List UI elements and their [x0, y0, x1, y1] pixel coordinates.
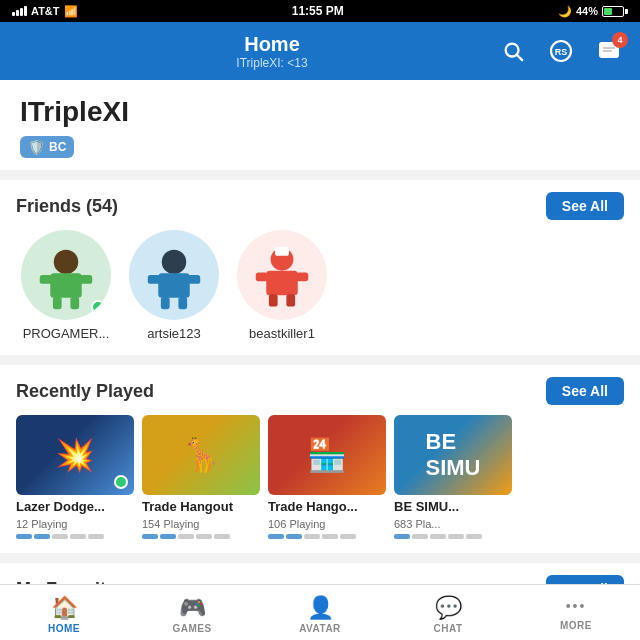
- recently-played-list: 💥 Lazer Dodge... 12 Playing 🦒: [0, 415, 640, 553]
- header-title-area: Home ITripleXI: <13: [50, 33, 494, 70]
- avatar-icon: 👤: [307, 595, 334, 621]
- friend-avatar-img: [31, 240, 101, 310]
- bc-label: BC: [49, 140, 66, 154]
- game-item[interactable]: BESIMU BE SIMU... 683 Pla...: [394, 415, 512, 539]
- more-icon: •••: [566, 598, 587, 618]
- bc-badge: 🛡️ BC: [20, 136, 74, 158]
- recently-played-see-all-button[interactable]: See All: [546, 377, 624, 405]
- rating-dot: [178, 534, 194, 539]
- friend-avatar: [21, 230, 111, 320]
- favorites-header: My Favorites See All: [0, 575, 640, 584]
- game-item[interactable]: 💥 Lazer Dodge... 12 Playing: [16, 415, 134, 539]
- bc-icon: 🛡️: [28, 139, 45, 155]
- moon-icon: 🌙: [558, 5, 572, 18]
- bottom-nav: 🏠 HOME 🎮 GAMES 👤 AVATAR 💬 CHAT ••• MORE: [0, 584, 640, 640]
- robux-icon: RS: [549, 39, 573, 63]
- header-title: Home: [244, 33, 300, 56]
- friend-name: beastkiller1: [249, 326, 315, 341]
- nav-avatar[interactable]: 👤 AVATAR: [256, 591, 384, 634]
- nav-chat-label: CHAT: [433, 623, 462, 634]
- chat-icon: 💬: [435, 595, 462, 621]
- game-rating: [16, 534, 134, 539]
- battery-percent: 44%: [576, 5, 598, 17]
- svg-point-12: [54, 250, 79, 275]
- online-indicator: [91, 300, 105, 314]
- rating-dot: [52, 534, 68, 539]
- game-playing-count: 154 Playing: [142, 518, 260, 530]
- content-area: ITripleXI 🛡️ BC Friends (54) See All: [0, 80, 640, 584]
- nav-chat[interactable]: 💬 CHAT: [384, 591, 512, 634]
- svg-rect-20: [148, 275, 160, 284]
- recently-played-title: Recently Played: [16, 381, 154, 402]
- notifications-button[interactable]: 4: [590, 32, 628, 70]
- header: Home ITripleXI: <13 RS: [0, 22, 640, 80]
- game-thumb-inner: BESIMU: [394, 415, 512, 495]
- username: ITripleXI: [20, 96, 620, 128]
- svg-text:RS: RS: [555, 47, 568, 57]
- status-bar: AT&T 📶 11:55 PM 🌙 44%: [0, 0, 640, 22]
- friends-list: PROGAMER... artsie123: [0, 230, 640, 355]
- home-icon: 🏠: [51, 595, 78, 621]
- svg-rect-21: [188, 275, 200, 284]
- status-left: AT&T 📶: [12, 5, 78, 18]
- battery-icon: [602, 6, 628, 17]
- nav-games[interactable]: 🎮 GAMES: [128, 591, 256, 634]
- rating-dot: [430, 534, 446, 539]
- game-name: Trade Hango...: [268, 499, 386, 514]
- header-icons: RS 4: [494, 32, 628, 70]
- rating-dot: [394, 534, 410, 539]
- game-thumbnail: BESIMU: [394, 415, 512, 495]
- robux-button[interactable]: RS: [542, 32, 580, 70]
- nav-avatar-label: AVATAR: [299, 623, 341, 634]
- svg-line-1: [517, 55, 522, 60]
- game-item[interactable]: 🏪 Trade Hango... 106 Playing: [268, 415, 386, 539]
- rating-dot: [322, 534, 338, 539]
- wifi-icon: 📶: [64, 5, 78, 18]
- game-rating: [394, 534, 512, 539]
- nav-more[interactable]: ••• MORE: [512, 594, 640, 631]
- game-playing-count: 12 Playing: [16, 518, 134, 530]
- carrier-label: AT&T: [31, 5, 60, 17]
- friend-item[interactable]: beastkiller1: [232, 230, 332, 341]
- svg-rect-23: [178, 297, 187, 309]
- friend-item[interactable]: artsie123: [124, 230, 224, 341]
- game-rating: [142, 534, 260, 539]
- recently-played-section: Recently Played See All 💥 Lazer Dodge...…: [0, 365, 640, 553]
- svg-rect-22: [161, 297, 170, 309]
- search-button[interactable]: [494, 32, 532, 70]
- game-thumbnail: 💥: [16, 415, 134, 495]
- nav-home[interactable]: 🏠 HOME: [0, 591, 128, 634]
- svg-rect-15: [80, 275, 92, 284]
- recently-played-header: Recently Played See All: [0, 377, 640, 415]
- rating-dot: [196, 534, 212, 539]
- notification-badge: 4: [612, 32, 628, 48]
- friends-title: Friends (54): [16, 196, 118, 217]
- friend-avatar: [129, 230, 219, 320]
- game-thumb-inner: 🦒: [142, 415, 260, 495]
- game-item[interactable]: 🦒 Trade Hangout 154 Playing: [142, 415, 260, 539]
- rating-dot: [70, 534, 86, 539]
- svg-rect-30: [275, 247, 289, 256]
- friend-item[interactable]: PROGAMER...: [16, 230, 116, 341]
- friends-header: Friends (54) See All: [0, 192, 640, 230]
- rating-dot: [412, 534, 428, 539]
- svg-rect-27: [296, 272, 308, 281]
- rating-dot: [142, 534, 158, 539]
- rating-dot: [340, 534, 356, 539]
- status-time: 11:55 PM: [292, 4, 344, 18]
- nav-more-label: MORE: [560, 620, 592, 631]
- favorites-section: My Favorites See All 🌊 PILOTTRAINING: [0, 563, 640, 584]
- favorites-see-all-button[interactable]: See All: [546, 575, 624, 584]
- game-name: Lazer Dodge...: [16, 499, 134, 514]
- rating-dot: [268, 534, 284, 539]
- svg-rect-19: [158, 273, 190, 298]
- friends-section: Friends (54) See All PROGAMER...: [0, 180, 640, 355]
- friends-see-all-button[interactable]: See All: [546, 192, 624, 220]
- signal-bars: [12, 6, 27, 16]
- svg-rect-14: [40, 275, 52, 284]
- game-name: Trade Hangout: [142, 499, 260, 514]
- svg-point-18: [162, 250, 187, 275]
- svg-rect-16: [53, 297, 62, 309]
- search-icon: [502, 40, 524, 62]
- game-thumbnail: 🦒: [142, 415, 260, 495]
